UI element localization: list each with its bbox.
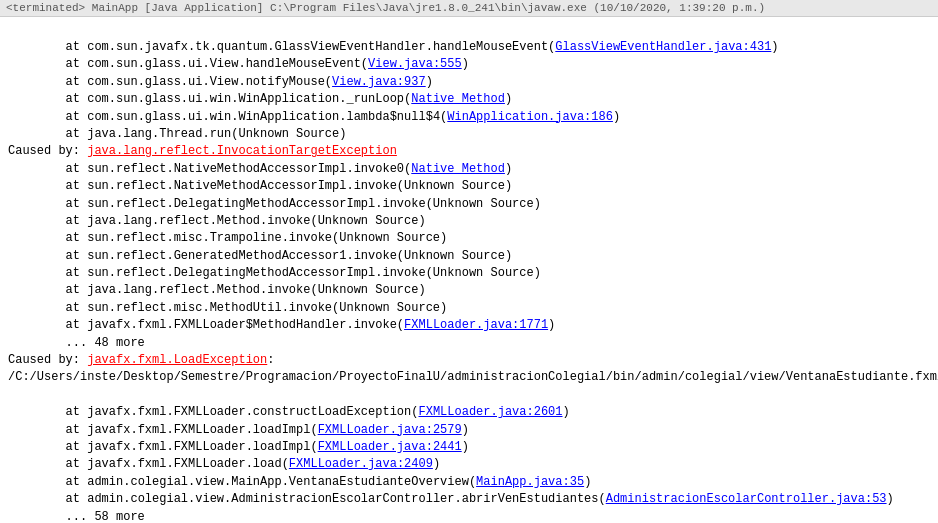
paren-close: ) <box>433 457 440 471</box>
stack-link[interactable]: FXMLLoader.java:1771 <box>404 318 548 332</box>
stack-link[interactable]: FXMLLoader.java:2579 <box>318 423 462 437</box>
at-plain-text: at sun.reflect.DelegatingMethodAccessorI… <box>8 266 541 280</box>
at-class-text: javafx.fxml.FXMLLoader$MethodHandler.inv… <box>87 318 404 332</box>
at-text: at <box>8 475 87 489</box>
console-output: at com.sun.javafx.tk.quantum.GlassViewEv… <box>0 17 938 523</box>
at-class-text: admin.colegial.view.AdministracionEscola… <box>87 492 605 506</box>
at-class-text: com.sun.javafx.tk.quantum.GlassViewEvent… <box>87 40 555 54</box>
at-class-text: javafx.fxml.FXMLLoader.load( <box>87 457 289 471</box>
at-text: at <box>8 318 87 332</box>
console-line: at com.sun.glass.ui.View.notifyMouse(Vie… <box>8 74 930 91</box>
at-class-text: admin.colegial.view.MainApp.VentanaEstud… <box>87 475 476 489</box>
at-plain-text: at sun.reflect.misc.Trampoline.invoke(Un… <box>8 231 447 245</box>
console-line: ... 58 more <box>8 509 930 523</box>
console-line: at com.sun.glass.ui.win.WinApplication.l… <box>8 109 930 126</box>
at-class-text: com.sun.glass.ui.win.WinApplication.lamb… <box>87 110 447 124</box>
at-class-text: com.sun.glass.ui.win.WinApplication._run… <box>87 92 411 106</box>
console-line: at sun.reflect.NativeMethodAccessorImpl.… <box>8 178 930 195</box>
console-line: at sun.reflect.GeneratedMethodAccessor1.… <box>8 248 930 265</box>
terminated-label: <terminated> MainApp [Java Application] … <box>6 2 765 14</box>
console-line: at sun.reflect.misc.Trampoline.invoke(Un… <box>8 230 930 247</box>
console-line: at java.lang.reflect.Method.invoke(Unkno… <box>8 282 930 299</box>
at-plain-text: at sun.reflect.NativeMethodAccessorImpl.… <box>8 179 512 193</box>
console-line: /C:/Users/inste/Desktop/Semestre/Program… <box>8 369 930 386</box>
path-text: /C:/Users/inste/Desktop/Semestre/Program… <box>8 370 938 384</box>
at-text: at <box>8 405 87 419</box>
console-line: at java.lang.reflect.Method.invoke(Unkno… <box>8 213 930 230</box>
console-line: Caused by: java.lang.reflect.InvocationT… <box>8 143 930 160</box>
console-line: at com.sun.javafx.tk.quantum.GlassViewEv… <box>8 39 930 56</box>
at-class-text: com.sun.glass.ui.View.handleMouseEvent( <box>87 57 368 71</box>
stack-link[interactable]: View.java:555 <box>368 57 462 71</box>
stack-link[interactable]: GlassViewEventHandler.java:431 <box>555 40 771 54</box>
at-class-text: javafx.fxml.FXMLLoader.loadImpl( <box>87 423 317 437</box>
console-line: at javafx.fxml.FXMLLoader.loadImpl(FXMLL… <box>8 422 930 439</box>
at-plain-text: at sun.reflect.GeneratedMethodAccessor1.… <box>8 249 512 263</box>
paren-close: ) <box>505 92 512 106</box>
paren-close: ) <box>887 492 894 506</box>
paren-close: ) <box>505 162 512 176</box>
at-text: at <box>8 162 87 176</box>
paren-close: ) <box>462 423 469 437</box>
paren-close: ) <box>548 318 555 332</box>
at-plain-text: at java.lang.Thread.run(Unknown Source) <box>8 127 346 141</box>
console-line: at admin.colegial.view.AdministracionEsc… <box>8 491 930 508</box>
at-text: at <box>8 110 87 124</box>
console-line: ... 48 more <box>8 335 930 352</box>
at-class-text: sun.reflect.NativeMethodAccessorImpl.inv… <box>87 162 411 176</box>
at-plain-text: at java.lang.reflect.Method.invoke(Unkno… <box>8 214 426 228</box>
paren-close: ) <box>462 440 469 454</box>
stack-link[interactable]: AdministracionEscolarController.java:53 <box>606 492 887 506</box>
console-line: at sun.reflect.DelegatingMethodAccessorI… <box>8 196 930 213</box>
at-text: at <box>8 457 87 471</box>
at-plain-text: ... 48 more <box>8 336 145 350</box>
at-text: at <box>8 492 87 506</box>
console-line: at javafx.fxml.FXMLLoader.loadImpl(FXMLL… <box>8 439 930 456</box>
stack-link[interactable]: WinApplication.java:186 <box>447 110 613 124</box>
at-class-text: com.sun.glass.ui.View.notifyMouse( <box>87 75 332 89</box>
stack-link[interactable]: Native Method <box>411 162 505 176</box>
at-plain-text: at java.lang.reflect.Method.invoke(Unkno… <box>8 283 426 297</box>
at-text: at <box>8 423 87 437</box>
paren-close: ) <box>771 40 778 54</box>
console-line: at com.sun.glass.ui.win.WinApplication._… <box>8 91 930 108</box>
console-line: at sun.reflect.DelegatingMethodAccessorI… <box>8 265 930 282</box>
exception-link[interactable]: java.lang.reflect.InvocationTargetExcept… <box>87 144 397 158</box>
paren-close: ) <box>426 75 433 89</box>
at-text: at <box>8 75 87 89</box>
at-text: at <box>8 92 87 106</box>
at-plain-text: at sun.reflect.misc.MethodUtil.invoke(Un… <box>8 301 447 315</box>
stack-link[interactable]: FXMLLoader.java:2409 <box>289 457 433 471</box>
console-line: at java.lang.Thread.run(Unknown Source) <box>8 126 930 143</box>
console-line <box>8 387 930 404</box>
stack-link[interactable]: FXMLLoader.java:2601 <box>418 405 562 419</box>
at-plain-text: ... 58 more <box>8 510 145 523</box>
caused-by-suffix: : <box>267 353 274 367</box>
console-line: at sun.reflect.NativeMethodAccessorImpl.… <box>8 161 930 178</box>
paren-close: ) <box>613 110 620 124</box>
stack-link[interactable]: Native Method <box>411 92 505 106</box>
title-bar: <terminated> MainApp [Java Application] … <box>0 0 938 17</box>
console-line: at sun.reflect.misc.MethodUtil.invoke(Un… <box>8 300 930 317</box>
caused-by-label: Caused by: <box>8 144 87 158</box>
stack-link[interactable]: FXMLLoader.java:2441 <box>318 440 462 454</box>
at-class-text: javafx.fxml.FXMLLoader.constructLoadExce… <box>87 405 418 419</box>
at-plain-text: at sun.reflect.DelegatingMethodAccessorI… <box>8 197 541 211</box>
paren-close: ) <box>462 57 469 71</box>
stack-link[interactable]: MainApp.java:35 <box>476 475 584 489</box>
console-line: at javafx.fxml.FXMLLoader.load(FXMLLoade… <box>8 456 930 473</box>
paren-close: ) <box>584 475 591 489</box>
at-text: at <box>8 57 87 71</box>
paren-close: ) <box>563 405 570 419</box>
caused-by-label: Caused by: <box>8 353 87 367</box>
console-line: at javafx.fxml.FXMLLoader.constructLoadE… <box>8 404 930 421</box>
at-text: at <box>8 440 87 454</box>
console-line: Caused by: javafx.fxml.LoadException: <box>8 352 930 369</box>
console-line: at javafx.fxml.FXMLLoader$MethodHandler.… <box>8 317 930 334</box>
at-text: at <box>8 40 87 54</box>
exception-link[interactable]: javafx.fxml.LoadException <box>87 353 267 367</box>
stack-link[interactable]: View.java:937 <box>332 75 426 89</box>
at-class-text: javafx.fxml.FXMLLoader.loadImpl( <box>87 440 317 454</box>
console-line: at admin.colegial.view.MainApp.VentanaEs… <box>8 474 930 491</box>
console-line: at com.sun.glass.ui.View.handleMouseEven… <box>8 56 930 73</box>
